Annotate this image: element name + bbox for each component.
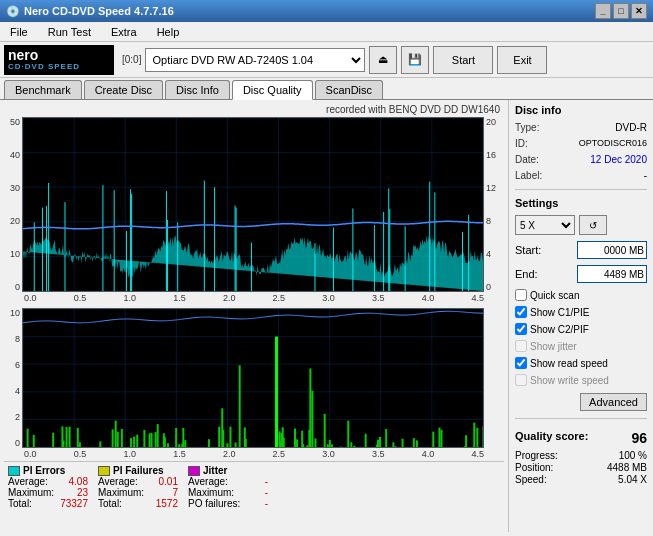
- speed-select[interactable]: 5 X Max 4 X 2 X 1 X: [515, 215, 575, 235]
- tab-disc-quality[interactable]: Disc Quality: [232, 80, 313, 100]
- pi-errors-total-label: Total:: [8, 498, 32, 509]
- pi-errors-group: PI Errors Average: 4.08 Maximum: 23 Tota…: [8, 465, 88, 509]
- nero-logo-text: nero: [8, 48, 38, 62]
- y-label-50: 50: [4, 117, 20, 127]
- quality-score-label: Quality score:: [515, 430, 588, 446]
- show-c1-checkbox[interactable]: [515, 306, 527, 318]
- quick-scan-row: Quick scan: [515, 289, 647, 301]
- speed-settings-row: 5 X Max 4 X 2 X 1 X ↺: [515, 215, 647, 235]
- y-right-label-4: 4: [486, 249, 504, 259]
- pi-failures-total-value: 1572: [156, 498, 178, 509]
- eject-button[interactable]: ⏏: [369, 46, 397, 74]
- show-write-speed-checkbox[interactable]: [515, 374, 527, 386]
- show-read-speed-row: Show read speed: [515, 357, 647, 369]
- toolbar: nero CD·DVD SPEED [0:0] Optiarc DVD RW A…: [0, 42, 653, 78]
- show-c1-label: Show C1/PIE: [530, 307, 589, 318]
- pi-errors-label: PI Errors: [23, 465, 65, 476]
- pi-failures-avg-label: Average:: [98, 476, 138, 487]
- jitter-max-label: Maximum:: [188, 487, 234, 498]
- show-write-speed-row: Show write speed: [515, 374, 647, 386]
- stats-row: PI Errors Average: 4.08 Maximum: 23 Tota…: [4, 461, 504, 512]
- pi-errors-avg-value: 4.08: [69, 476, 88, 487]
- speed-row: Speed: 5.04 X: [515, 474, 647, 485]
- top-chart: [22, 117, 484, 292]
- jitter-avg-value: -: [265, 476, 268, 487]
- nero-speed-text: CD·DVD SPEED: [8, 62, 80, 71]
- quick-scan-checkbox[interactable]: [515, 289, 527, 301]
- y-right-label-8: 8: [486, 216, 504, 226]
- close-button[interactable]: ✕: [631, 3, 647, 19]
- main-content: recorded with BENQ DVD DD DW1640 50 40 3…: [0, 100, 653, 532]
- tab-scan-disc[interactable]: ScanDisc: [315, 80, 383, 99]
- y-right-label-0: 0: [486, 282, 504, 292]
- chart-title: recorded with BENQ DVD DD DW1640: [4, 104, 504, 115]
- menu-file[interactable]: File: [4, 24, 34, 40]
- save-button[interactable]: 💾: [401, 46, 429, 74]
- disc-date-label: Date:: [515, 154, 539, 165]
- end-field-row: End:: [515, 265, 647, 283]
- advanced-button[interactable]: Advanced: [580, 393, 647, 411]
- menu-extra[interactable]: Extra: [105, 24, 143, 40]
- progress-value: 100 %: [619, 450, 647, 461]
- jitter-color: [188, 466, 200, 476]
- start-field-row: Start:: [515, 241, 647, 259]
- quality-score-value: 96: [631, 430, 647, 446]
- start-button[interactable]: Start: [433, 46, 493, 74]
- y-label-30: 30: [4, 183, 20, 193]
- tab-disc-info[interactable]: Disc Info: [165, 80, 230, 99]
- tab-create-disc[interactable]: Create Disc: [84, 80, 163, 99]
- y-label-10: 10: [4, 249, 20, 259]
- settings-refresh-button[interactable]: ↺: [579, 215, 607, 235]
- drive-select[interactable]: Optiarc DVD RW AD-7240S 1.04: [145, 48, 365, 72]
- tab-bar: Benchmark Create Disc Disc Info Disc Qua…: [0, 78, 653, 100]
- po-failures-value: -: [265, 498, 268, 509]
- pi-failures-total-label: Total:: [98, 498, 122, 509]
- po-failures-label: PO failures:: [188, 498, 240, 509]
- quality-score-row: Quality score: 96: [515, 430, 647, 446]
- menu-bar: File Run Test Extra Help: [0, 22, 653, 42]
- menu-run-test[interactable]: Run Test: [42, 24, 97, 40]
- show-c2-label: Show C2/PIF: [530, 324, 589, 335]
- title-bar: 💿 Nero CD-DVD Speed 4.7.7.16 _ □ ✕: [0, 0, 653, 22]
- jitter-label: Jitter: [203, 465, 227, 476]
- pi-failures-color: [98, 466, 110, 476]
- pi-failures-label: PI Failures: [113, 465, 164, 476]
- disc-date-value: 12 Dec 2020: [590, 154, 647, 165]
- progress-label: Progress:: [515, 450, 558, 461]
- speed-label: Speed:: [515, 474, 547, 485]
- disc-id-value: OPTODISCR016: [579, 138, 647, 149]
- progress-row: Progress: 100 %: [515, 450, 647, 461]
- position-label: Position:: [515, 462, 553, 473]
- exit-button[interactable]: Exit: [497, 46, 547, 74]
- y-label-0: 0: [4, 282, 20, 292]
- minimize-button[interactable]: _: [595, 3, 611, 19]
- position-value: 4488 MB: [607, 462, 647, 473]
- window-controls[interactable]: _ □ ✕: [595, 3, 647, 19]
- app-title: Nero CD-DVD Speed 4.7.7.16: [24, 5, 174, 17]
- disc-info-title: Disc info: [515, 104, 647, 116]
- show-read-speed-checkbox[interactable]: [515, 357, 527, 369]
- menu-help[interactable]: Help: [151, 24, 186, 40]
- end-input[interactable]: [577, 265, 647, 283]
- pi-failures-avg-value: 0.01: [159, 476, 178, 487]
- tab-benchmark[interactable]: Benchmark: [4, 80, 82, 99]
- position-row: Position: 4488 MB: [515, 462, 647, 473]
- start-input[interactable]: [577, 241, 647, 259]
- pi-errors-color: [8, 466, 20, 476]
- show-c2-row: Show C2/PIF: [515, 323, 647, 335]
- show-c1-row: Show C1/PIE: [515, 306, 647, 318]
- show-jitter-checkbox[interactable]: [515, 340, 527, 352]
- disc-date-row: Date: 12 Dec 2020: [515, 154, 647, 165]
- disc-label-label: Label:: [515, 170, 542, 181]
- show-write-speed-label: Show write speed: [530, 375, 609, 386]
- maximize-button[interactable]: □: [613, 3, 629, 19]
- nero-logo: nero CD·DVD SPEED: [4, 45, 114, 75]
- app-icon: 💿: [6, 5, 20, 18]
- show-c2-checkbox[interactable]: [515, 323, 527, 335]
- drive-label: [0:0]: [122, 54, 141, 65]
- jitter-group: Jitter Average: - Maximum: - PO failures…: [188, 465, 268, 509]
- divider-2: [515, 418, 647, 419]
- pi-failures-max-value: 7: [172, 487, 178, 498]
- pi-failures-max-label: Maximum:: [98, 487, 144, 498]
- pi-errors-avg-label: Average:: [8, 476, 48, 487]
